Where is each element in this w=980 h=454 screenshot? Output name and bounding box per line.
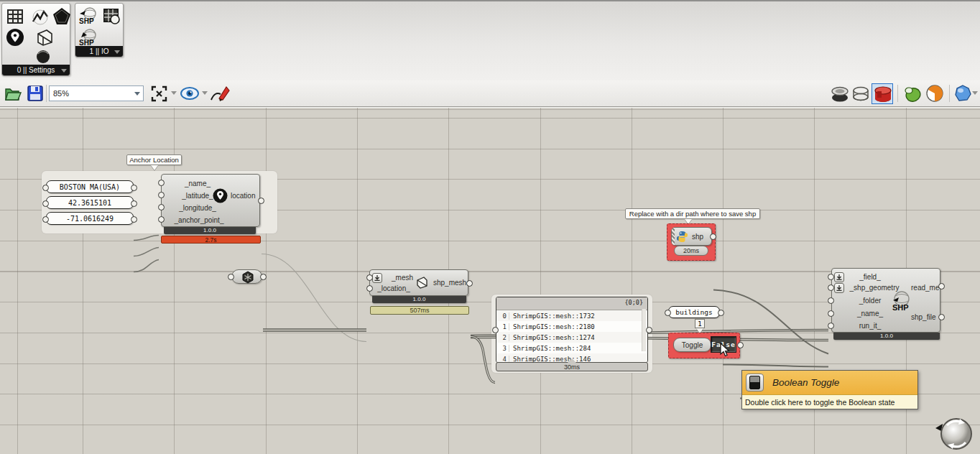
input-grip[interactable] xyxy=(42,185,49,191)
input-grip[interactable] xyxy=(42,200,49,207)
input-grip[interactable] xyxy=(158,180,165,186)
shpmesh-output-label: shp_mesh xyxy=(433,279,466,287)
tab-settings-label[interactable]: 0 || Settings xyxy=(2,65,70,75)
output-grip[interactable] xyxy=(131,185,137,191)
output-grip[interactable] xyxy=(131,216,137,223)
boolean-toggle-component[interactable]: Toggle xyxy=(673,338,711,352)
input-grip[interactable] xyxy=(828,284,834,291)
writer-input-folder: _folder xyxy=(845,297,895,305)
mesh-param-component[interactable] xyxy=(231,269,262,284)
table-icon[interactable] xyxy=(6,7,24,29)
panel-longitude[interactable]: -71.0616249 xyxy=(46,212,134,225)
input-grip[interactable] xyxy=(366,285,373,292)
canvas-toolbar: 85% xyxy=(0,80,980,107)
data-path-header: {0;0} xyxy=(496,297,647,310)
input-grip[interactable] xyxy=(366,274,373,281)
input-grip[interactable] xyxy=(42,216,49,223)
table-search-icon[interactable] xyxy=(103,7,121,29)
writer-input-field: _field_ xyxy=(845,273,895,281)
input-grip[interactable] xyxy=(158,204,165,210)
zoom-level-combobox[interactable]: 85% xyxy=(49,85,144,101)
shp-writer-component[interactable]: _field_ _shp_geometry _folder _name_ run… xyxy=(831,268,940,333)
preview-quality-icon[interactable] xyxy=(953,84,973,106)
output-grip[interactable] xyxy=(646,327,652,333)
combobox-caret-icon xyxy=(134,92,140,96)
tab-settings-caret-icon[interactable] xyxy=(61,69,67,73)
panel-city-name[interactable]: BOSTON MA(USA) xyxy=(46,180,134,193)
internalise-arrow-icon[interactable] xyxy=(834,283,844,293)
zoom-extents-icon[interactable] xyxy=(149,84,169,106)
pentagon-icon[interactable] xyxy=(52,6,72,29)
display-shaded-icon[interactable] xyxy=(831,85,850,106)
chart-squiggle-icon[interactable] xyxy=(32,9,49,29)
location-component[interactable]: _name_ _latitude_ _longitude_ _anchor_po… xyxy=(161,174,260,227)
dir-path-note-tag[interactable]: Replace with a dir path where to save sh… xyxy=(625,208,760,219)
grasshopper-canvas[interactable]: Anchor Location BOSTON MA(USA) 42.361510… xyxy=(0,107,980,454)
toolbar-separator xyxy=(949,85,950,102)
preview-eye-icon[interactable] xyxy=(180,85,200,106)
output-grip[interactable] xyxy=(710,233,716,240)
output-grip[interactable] xyxy=(131,200,137,207)
canvas-compass-widget[interactable] xyxy=(931,415,976,454)
display-rendered-icon[interactable] xyxy=(872,83,893,104)
wire-count-text: 1 xyxy=(698,320,701,328)
input-grip[interactable] xyxy=(228,274,234,280)
location-pin-icon[interactable] xyxy=(6,28,24,50)
list-rows: 0 ShrimpGIS::mesh::1732 1 ShrimpGIS::mes… xyxy=(496,310,647,363)
anchor-location-tag-text: Anchor Location xyxy=(129,156,179,164)
list-output-panel[interactable]: {0;0} 0 ShrimpGIS::mesh::1732 1 ShrimpGI… xyxy=(496,297,648,363)
input-grip[interactable] xyxy=(665,310,671,316)
panel-latitude[interactable]: 42.3615101 xyxy=(46,196,134,209)
anchor-location-tag[interactable]: Anchor Location xyxy=(126,154,182,165)
output-grip[interactable] xyxy=(938,283,945,289)
shpmesh-runtime-bar: 507ms xyxy=(370,306,469,315)
input-grip[interactable] xyxy=(158,192,165,198)
panel-longitude-text: -71.0616249 xyxy=(66,215,114,223)
open-file-icon[interactable] xyxy=(4,84,23,106)
tab-io-caret-icon[interactable] xyxy=(114,50,120,54)
output-grip[interactable] xyxy=(466,280,473,287)
output-grip[interactable] xyxy=(258,198,264,204)
output-grip[interactable] xyxy=(718,310,724,316)
input-grip[interactable] xyxy=(828,310,834,317)
writer-output-read-me: read_me xyxy=(911,284,939,292)
writer-input-run-it: run_it_ xyxy=(845,322,895,330)
buildings-panel[interactable]: buildings xyxy=(668,306,720,318)
output-grip[interactable] xyxy=(938,314,945,320)
shp-writer-icon-text: SHP xyxy=(892,303,909,312)
sketch-pen-icon[interactable] xyxy=(209,84,231,106)
location-pin-icon xyxy=(213,188,228,206)
mouse-cursor-icon xyxy=(719,343,731,361)
component-tab-strip: 0 || Settings SHP SHP 1 xyxy=(0,0,980,80)
version-text: 1.0.0 xyxy=(880,333,893,339)
gumball-icon[interactable] xyxy=(925,84,945,106)
tab-settings-text: 0 || Settings xyxy=(17,66,55,74)
runtime-text: 30ms xyxy=(564,363,580,371)
boolean-toggle-tooltip: Boolean Toggle Double click here to togg… xyxy=(741,370,918,409)
cube-icon[interactable] xyxy=(35,27,55,50)
internalise-arrow-icon[interactable] xyxy=(834,272,844,282)
preview-menu-caret-icon[interactable] xyxy=(202,91,208,95)
input-grip[interactable] xyxy=(492,327,499,333)
shp-mesh-component[interactable]: _mesh _location_ shp_mesh xyxy=(369,269,468,296)
mouse-steerable-icon[interactable] xyxy=(902,85,923,106)
shp-python-component[interactable]: shp xyxy=(671,227,712,246)
output-grip[interactable] xyxy=(737,342,744,348)
save-file-icon[interactable] xyxy=(26,84,45,106)
anchor-tag-pointer xyxy=(151,165,158,170)
shp-import-icon[interactable]: SHP xyxy=(78,6,98,29)
preview-quality-caret-icon[interactable] xyxy=(972,91,978,95)
tab-group-settings: 0 || Settings xyxy=(1,3,70,76)
zoom-menu-caret-icon[interactable] xyxy=(171,91,177,95)
internalise-arrow-icon[interactable] xyxy=(372,273,382,283)
input-grip[interactable] xyxy=(828,323,834,329)
runtime-text: 20ms xyxy=(683,247,699,254)
display-wireframe-icon[interactable] xyxy=(851,85,871,106)
input-grip[interactable] xyxy=(158,216,165,223)
zigzag-edge xyxy=(672,228,675,245)
input-grip[interactable] xyxy=(828,274,834,280)
runtime-notch xyxy=(568,358,576,363)
input-grip[interactable] xyxy=(828,297,834,304)
shp-writer-icon: SHP xyxy=(889,290,911,315)
output-grip[interactable] xyxy=(260,274,267,280)
